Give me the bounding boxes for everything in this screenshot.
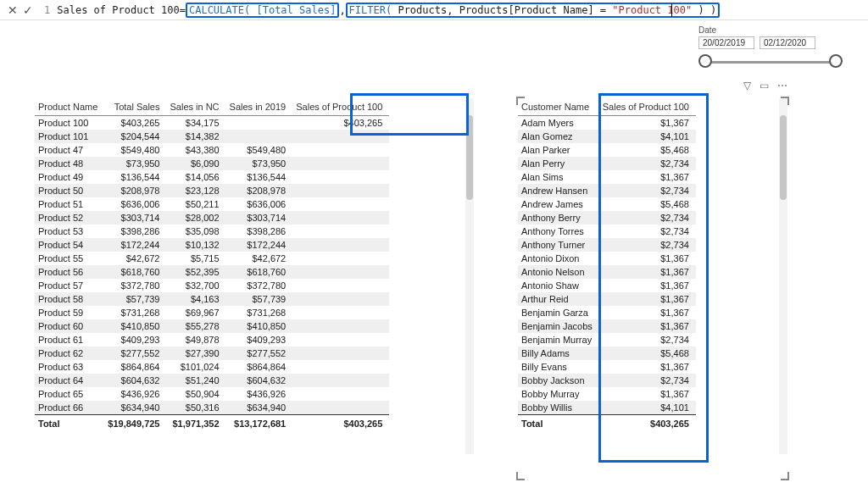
- customer-table: Customer NameSales of Product 100 Adam M…: [518, 98, 696, 432]
- table-row[interactable]: Andrew Hansen$2,734: [518, 184, 696, 197]
- table-row[interactable]: Product 50$208,978$23,128$208,978: [35, 184, 389, 197]
- column-header[interactable]: Sales in NC: [166, 98, 225, 116]
- column-header[interactable]: Sales of Product 100: [599, 98, 696, 116]
- table-row[interactable]: Antonio Nelson$1,367: [518, 265, 696, 279]
- column-header[interactable]: Customer Name: [518, 98, 599, 116]
- table-row[interactable]: Product 49$136,544$14,056$136,544: [35, 170, 389, 184]
- slider-handle-from[interactable]: [698, 54, 712, 68]
- table-row[interactable]: Product 100$403,265$34,175$403,265: [35, 116, 389, 130]
- table-row[interactable]: Benjamin Murray$2,734: [518, 333, 696, 347]
- table-row[interactable]: Product 62$277,552$27,390$277,552: [35, 347, 389, 360]
- table-row[interactable]: Product 56$618,760$52,395$618,760: [35, 265, 389, 279]
- table-row[interactable]: Arthur Reid$1,367: [518, 292, 696, 306]
- filter-icon[interactable]: ▽: [743, 80, 751, 92]
- table-row[interactable]: Bobby Jackson$2,734: [518, 374, 696, 387]
- table-row[interactable]: Alan Sims$1,367: [518, 170, 696, 184]
- table-row[interactable]: Product 65$436,926$50,904$436,926: [35, 387, 389, 401]
- visual-header: ▽ ▭ ⋯: [743, 80, 787, 92]
- table-row[interactable]: Product 54$172,244$10,132$172,244: [35, 238, 389, 252]
- table-row[interactable]: Benjamin Garza$1,367: [518, 306, 696, 319]
- date-slider[interactable]: [698, 54, 843, 71]
- table-row[interactable]: Benjamin Jacobs$1,367: [518, 319, 696, 333]
- column-header[interactable]: Sales of Product 100: [292, 98, 389, 116]
- table-row[interactable]: Product 59$731,268$69,967$731,268: [35, 306, 389, 319]
- total-value: $403,265: [292, 415, 389, 433]
- focus-mode-icon[interactable]: ▭: [760, 80, 769, 92]
- table-row[interactable]: Bobby Willis$4,101: [518, 401, 696, 415]
- date-slicer[interactable]: Date 20/02/2019 02/12/2020: [698, 25, 843, 71]
- total-label: Total: [518, 415, 599, 433]
- total-value: $19,849,725: [104, 415, 166, 433]
- highlight-calculate: CALCULATE( [Total Sales]: [186, 3, 339, 18]
- table-row[interactable]: Product 63$864,864$101,024$864,864: [35, 360, 389, 374]
- table-row[interactable]: Product 51$636,006$50,211$636,006: [35, 197, 389, 211]
- table-row[interactable]: Product 48$73,950$6,090$73,950: [35, 157, 389, 170]
- highlight-filter: FILTER( Products, Products[Product Name]…: [346, 3, 721, 18]
- table-row[interactable]: Anthony Berry$2,734: [518, 211, 696, 225]
- formula-lineno: 1: [44, 4, 50, 16]
- table-row[interactable]: Product 61$409,293$49,878$409,293: [35, 333, 389, 347]
- scrollbar-thumb[interactable]: [466, 115, 473, 200]
- table-row[interactable]: Product 58$57,739$4,163$57,739: [35, 292, 389, 306]
- scrollbar[interactable]: [779, 98, 787, 454]
- total-value: $403,265: [599, 415, 696, 433]
- table-row[interactable]: Billy Evans$1,367: [518, 360, 696, 374]
- scrollbar-thumb[interactable]: [780, 115, 787, 200]
- date-to-input[interactable]: 02/12/2020: [760, 36, 815, 49]
- commit-formula-button[interactable]: ✓: [20, 3, 36, 18]
- scrollbar[interactable]: [465, 98, 474, 454]
- text-cursor: [671, 3, 672, 17]
- column-header[interactable]: Total Sales: [104, 98, 166, 116]
- table-row[interactable]: Adam Myers$1,367: [518, 116, 696, 130]
- date-label: Date: [698, 25, 843, 35]
- table-row[interactable]: Bobby Murray$1,367: [518, 387, 696, 401]
- table-row[interactable]: Product 64$604,632$51,240$604,632: [35, 374, 389, 387]
- table-row[interactable]: Anthony Torres$2,734: [518, 225, 696, 238]
- table-row[interactable]: Product 52$303,714$28,002$303,714: [35, 211, 389, 225]
- date-from-input[interactable]: 20/02/2019: [698, 36, 754, 49]
- slider-handle-to[interactable]: [829, 54, 843, 68]
- table-row[interactable]: Alan Gomez$4,101: [518, 130, 696, 143]
- column-header[interactable]: Sales in 2019: [226, 98, 293, 116]
- table-row[interactable]: Alan Parker$5,468: [518, 143, 696, 157]
- table-row[interactable]: Product 53$398,286$35,098$398,286: [35, 225, 389, 238]
- customer-table-visual[interactable]: ▽ ▭ ⋯ Customer NameSales of Product 100 …: [517, 97, 788, 480]
- column-header[interactable]: Product Name: [35, 98, 104, 116]
- table-row[interactable]: Product 47$549,480$43,380$549,480: [35, 143, 389, 157]
- table-row[interactable]: Product 55$42,672$5,715$42,672: [35, 252, 389, 265]
- table-row[interactable]: Product 57$372,780$32,700$372,780: [35, 279, 389, 292]
- table-row[interactable]: Alan Perry$2,734: [518, 157, 696, 170]
- more-options-icon[interactable]: ⋯: [777, 80, 787, 92]
- product-table-visual[interactable]: Product NameTotal SalesSales in NCSales …: [34, 97, 475, 480]
- table-row[interactable]: Antonio Dixon$1,367: [518, 252, 696, 265]
- total-label: Total: [35, 415, 104, 433]
- total-value: $1,971,352: [166, 415, 225, 433]
- table-row[interactable]: Billy Adams$5,468: [518, 347, 696, 360]
- formula-text[interactable]: 1 Sales of Product 100 = CALCULATE( [Tot…: [44, 3, 720, 18]
- table-row[interactable]: Product 101$204,544$14,382: [35, 130, 389, 143]
- table-row[interactable]: Andrew James$5,468: [518, 197, 696, 211]
- table-row[interactable]: Product 66$634,940$50,316$634,940: [35, 401, 389, 415]
- cancel-formula-button[interactable]: ✕: [5, 3, 20, 18]
- table-row[interactable]: Anthony Turner$2,734: [518, 238, 696, 252]
- total-value: $13,172,681: [226, 415, 293, 433]
- product-table: Product NameTotal SalesSales in NCSales …: [35, 98, 389, 432]
- table-row[interactable]: Antonio Shaw$1,367: [518, 279, 696, 292]
- table-row[interactable]: Product 60$410,850$55,278$410,850: [35, 319, 389, 333]
- formula-bar: ✕ ✓ 1 Sales of Product 100 = CALCULATE( …: [0, 0, 868, 20]
